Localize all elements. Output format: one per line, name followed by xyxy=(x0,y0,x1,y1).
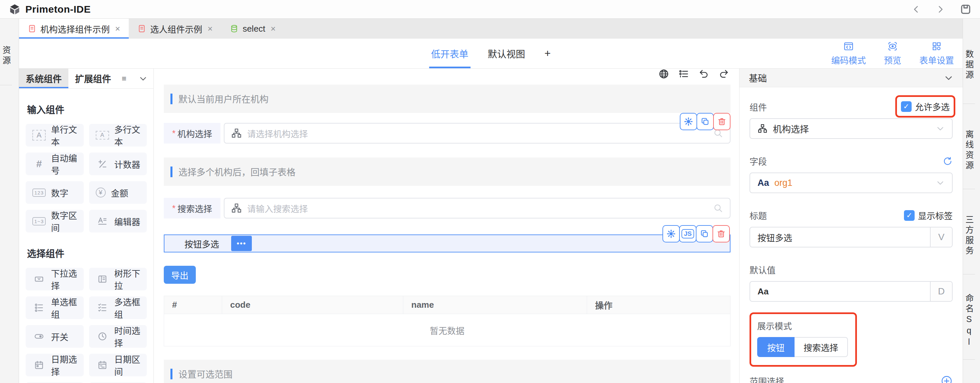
tree-dropdown-icon xyxy=(96,274,109,284)
outline-icon[interactable] xyxy=(678,69,689,79)
number-icon: 123 xyxy=(32,188,46,197)
field-label: 字段 xyxy=(749,155,767,167)
add-view-button[interactable]: + xyxy=(544,47,551,60)
component-card-radio-group[interactable]: 单选框组 xyxy=(26,296,84,319)
show-label-wrap: ✓ 显示标签 xyxy=(904,209,953,222)
component-settings-button[interactable] xyxy=(662,225,680,242)
copy-icon xyxy=(700,229,709,239)
trash-icon xyxy=(716,229,726,239)
undo-icon[interactable] xyxy=(698,69,709,79)
palette-tab-bar: 系统组件 扩展组件 ≡ xyxy=(19,69,153,89)
component-palette: 系统组件 扩展组件 ≡ 输入组件 A单行文本 A多行文本 #自动编号 计数器 1… xyxy=(19,69,154,383)
component-card-switch[interactable]: 开关 xyxy=(26,325,84,348)
doc-tab-org-select-demo[interactable]: 机构选择组件示例 × xyxy=(19,19,129,39)
mode-option-button[interactable]: 按钮 xyxy=(757,337,795,357)
field-copy-button[interactable] xyxy=(697,113,714,130)
back-icon[interactable] xyxy=(912,5,921,14)
forward-icon[interactable] xyxy=(936,5,945,14)
column-header-actions: 操作 xyxy=(587,296,730,314)
selected-component-button-multi[interactable]: JS 按钮多选 ••• xyxy=(164,234,730,252)
more-button[interactable]: ••• xyxy=(231,236,252,251)
rail-item-third-party-services[interactable]: 三方服务 xyxy=(963,189,975,274)
default-value-property-row: 默认值 xyxy=(749,263,953,276)
component-copy-button[interactable] xyxy=(696,225,713,242)
field-settings-button[interactable] xyxy=(680,113,697,130)
form-doc-icon xyxy=(137,24,146,33)
export-button[interactable]: 导出 xyxy=(164,266,196,284)
default-value-input-group: Aa D xyxy=(749,281,953,302)
counter-icon xyxy=(96,159,109,169)
redo-icon[interactable] xyxy=(719,69,729,79)
component-card-single-text[interactable]: A单行文本 xyxy=(26,124,84,147)
form-canvas: 默认当前用户所在机构 xyxy=(154,69,739,383)
allow-multi-checkbox[interactable]: ✓ xyxy=(901,101,912,112)
component-card-rich-editor[interactable]: 编辑器 xyxy=(89,210,147,233)
field-delete-button[interactable] xyxy=(713,113,730,130)
range-select-label: 范围选择 xyxy=(749,375,784,383)
palette-list-icon[interactable]: ≡ xyxy=(122,74,126,83)
rail-item-data-source[interactable]: 数据源 xyxy=(963,19,975,104)
component-card-dropdown[interactable]: 下拉选择 xyxy=(26,268,84,290)
doc-tab-select[interactable]: select × xyxy=(221,19,284,39)
close-icon[interactable]: × xyxy=(207,24,213,33)
component-card-number-range[interactable]: 1~3数字区间 xyxy=(26,210,84,233)
selected-component-label: 按钮多选 xyxy=(185,237,219,250)
field-binding-select[interactable]: Aa org1 xyxy=(749,173,953,193)
component-card-date-range[interactable]: 日期区间 xyxy=(89,354,147,376)
table-empty-text: 暂无数据 xyxy=(164,314,730,346)
component-card-currency[interactable]: ¥金额 xyxy=(89,181,147,204)
component-js-button[interactable]: JS xyxy=(679,225,697,242)
multi-text-icon: A xyxy=(96,131,109,139)
title-input[interactable]: 按钮多选 xyxy=(750,228,930,247)
canvas-section-header-1[interactable]: 默认当前用户所在机构 xyxy=(164,85,730,113)
default-value-input[interactable]: Aa xyxy=(750,282,930,301)
form-settings-button[interactable]: 表单设置 xyxy=(919,41,954,66)
tab-system-components[interactable]: 系统组件 xyxy=(19,69,68,88)
save-icon[interactable] xyxy=(960,4,971,15)
tab-extended-components[interactable]: 扩展组件 xyxy=(68,69,118,88)
mode-option-search-select[interactable]: 搜索选择 xyxy=(795,337,848,357)
title-input-group: 按钮多选 V xyxy=(749,227,953,247)
code-mode-button[interactable]: 编码模式 xyxy=(831,41,866,66)
component-card-tree-dropdown[interactable]: 树形下拉 xyxy=(89,268,147,290)
component-card-number[interactable]: 123数字 xyxy=(26,181,84,204)
component-delete-button[interactable] xyxy=(713,225,730,242)
rail-item-resources[interactable]: 资源 xyxy=(0,19,12,85)
right-rail: 数据源 离线资源 三方服务 命名Sql xyxy=(963,19,980,383)
component-card-counter[interactable]: 计数器 xyxy=(89,152,147,175)
component-card-checkbox-group[interactable]: 多选框组 xyxy=(89,296,147,319)
copy-icon xyxy=(700,117,710,126)
canvas-field-org-select[interactable]: * 机构选择 请选择机构选择 xyxy=(164,123,730,144)
rail-item-offline-resources[interactable]: 离线资源 xyxy=(963,104,975,189)
show-label-checkbox[interactable]: ✓ xyxy=(904,210,915,221)
component-type-select[interactable]: 机构选择 xyxy=(749,118,953,139)
component-card-time-picker[interactable]: 时间选择 xyxy=(89,325,147,348)
inspector-header[interactable]: 基础 xyxy=(740,69,963,87)
component-card-auto-number[interactable]: #自动编号 xyxy=(26,152,84,175)
title-variable-addon[interactable]: V xyxy=(930,228,952,247)
component-card-date-picker[interactable]: 日期选择 xyxy=(26,354,84,376)
org-select-input[interactable]: 请选择机构选择 xyxy=(224,123,730,144)
dropdown-icon xyxy=(32,274,46,284)
add-range-icon[interactable] xyxy=(941,375,953,383)
canvas-field-search-select[interactable]: * 搜索选择 请输入搜索选择 xyxy=(164,198,730,218)
rich-editor-icon xyxy=(96,216,109,226)
canvas-section-header-3[interactable]: 设置可选范围 xyxy=(164,360,730,383)
canvas-section-header-2[interactable]: 选择多个机构后，回填子表格 xyxy=(164,158,730,186)
default-value-addon[interactable]: D xyxy=(930,282,952,301)
view-tab-lowcode-form[interactable]: 低开表单 xyxy=(431,39,468,68)
globe-icon[interactable] xyxy=(659,69,669,79)
component-card-multi-text[interactable]: A多行文本 xyxy=(89,124,147,147)
search-icon xyxy=(713,203,723,213)
chevron-down-icon[interactable] xyxy=(139,74,148,83)
close-icon[interactable]: × xyxy=(115,24,120,33)
refresh-icon[interactable] xyxy=(943,156,953,166)
rail-item-named-sql[interactable]: 命名Sql xyxy=(963,274,975,360)
close-icon[interactable]: × xyxy=(270,24,275,33)
search-select-input[interactable]: 请输入搜索选择 xyxy=(224,198,730,218)
preview-button[interactable]: 预览 xyxy=(884,41,901,66)
show-label-label: 显示标签 xyxy=(918,209,953,222)
title-bar: Primeton-IDE xyxy=(0,0,980,19)
view-tab-default-view[interactable]: 默认视图 xyxy=(488,39,525,68)
doc-tab-people-select-demo[interactable]: 选人组件示例 × xyxy=(129,19,221,39)
